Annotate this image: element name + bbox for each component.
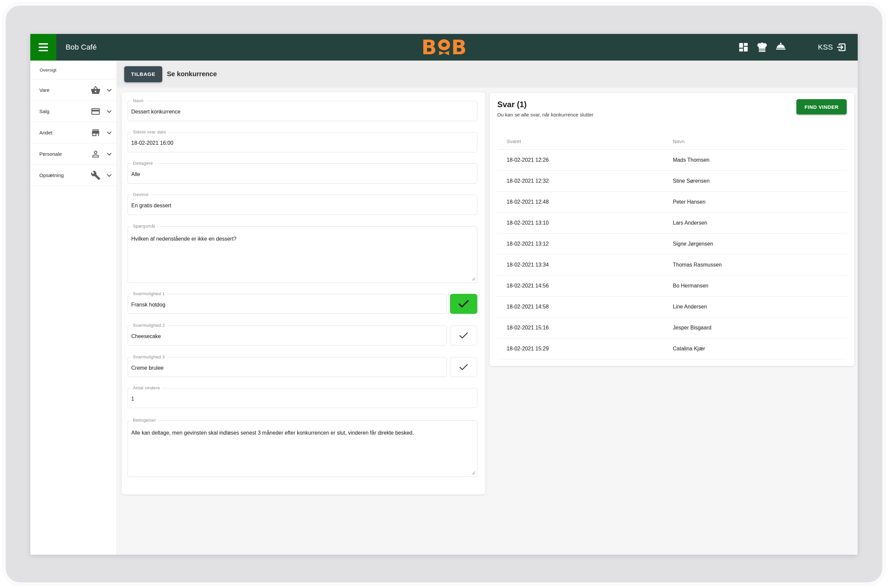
app-window: Bob Café B B bbox=[30, 34, 858, 555]
navn-field[interactable]: Navn Dessert konkurrence bbox=[128, 101, 477, 121]
name-cell: Lars Andersen bbox=[673, 220, 707, 226]
name-cell: Line Andersen bbox=[673, 304, 707, 310]
sidebar-item-andet[interactable]: Andet bbox=[30, 122, 117, 143]
answered-cell: 18-02-2021 13:10 bbox=[497, 220, 673, 226]
field-value: Hvilken af nedenstående er ikke en desse… bbox=[131, 236, 473, 242]
logo-letter: B bbox=[421, 39, 436, 56]
field-value: Fransk hotdog bbox=[131, 302, 442, 308]
deltagere-field[interactable]: Deltagere Alle bbox=[128, 164, 477, 184]
answers-table-body: 18-02-2021 12:26 Mads Thomsen 18-02-2021… bbox=[497, 150, 847, 359]
answer-option-row-2: Svarmulighed 2 Cheesecake bbox=[128, 326, 477, 345]
table-row: 18-02-2021 13:10 Lars Andersen bbox=[497, 213, 847, 234]
field-value: Creme brulee bbox=[131, 365, 442, 371]
answered-cell: 18-02-2021 12:32 bbox=[497, 178, 673, 184]
field-value: 18-02-2021 16:00 bbox=[131, 140, 473, 146]
name-cell: Thomas Rasmussen bbox=[673, 262, 722, 268]
check-icon bbox=[458, 300, 469, 308]
name-cell: Mads Thomsen bbox=[673, 157, 709, 163]
dashboard-icon[interactable] bbox=[738, 42, 749, 53]
header-actions: KSS bbox=[730, 42, 858, 53]
sidebar-item-label: Salg bbox=[39, 108, 49, 114]
correct-answer-button-3[interactable] bbox=[450, 357, 477, 377]
chevron-down-icon bbox=[107, 88, 112, 92]
field-label: Spørgsmål bbox=[131, 224, 157, 229]
competition-form-card: Navn Dessert konkurrence Sidste svar dat… bbox=[122, 92, 485, 495]
field-value: Alle bbox=[131, 171, 473, 177]
name-cell: Catalina Kjær bbox=[673, 346, 705, 352]
gevinst-field[interactable]: Gevinst En gratis dessert bbox=[128, 195, 477, 215]
check-icon bbox=[459, 332, 469, 339]
field-value: Alle kan deltage, men gevinsten skal ind… bbox=[131, 430, 473, 436]
sidebar-item-label: Personale bbox=[39, 151, 62, 157]
svarmulighed1-field[interactable]: Svarmulighed 1 Fransk hotdog bbox=[128, 294, 447, 314]
sidebar-item-oversigt[interactable]: Oversigt bbox=[30, 61, 117, 79]
answered-cell: 18-02-2021 14:56 bbox=[497, 283, 673, 289]
chef-hat-icon[interactable] bbox=[756, 42, 768, 53]
answered-cell: 18-02-2021 15:29 bbox=[497, 346, 673, 352]
content: Navn Dessert konkurrence Sidste svar dat… bbox=[117, 87, 858, 555]
name-cell: Bo Hermansen bbox=[673, 283, 709, 289]
cloche-icon[interactable] bbox=[775, 42, 786, 53]
sidebar-item-salg[interactable]: Salg bbox=[30, 100, 117, 122]
column-header-navn: Navn bbox=[673, 138, 685, 144]
top-bar: Bob Café B B bbox=[30, 34, 858, 61]
field-value: Dessert konkurrence bbox=[131, 109, 473, 115]
correct-answer-button-1[interactable] bbox=[450, 294, 477, 314]
back-button[interactable]: TILBAGE bbox=[124, 66, 162, 82]
name-cell: Stine Sørensen bbox=[673, 178, 709, 184]
chevron-down-icon bbox=[107, 131, 112, 135]
check-icon bbox=[459, 363, 469, 371]
sidste-svar-dato-field[interactable]: Sidste svar dato 18-02-2021 16:00 bbox=[128, 132, 477, 152]
main-area: TILBAGE Se konkurrence Navn Dessert konk… bbox=[117, 61, 858, 555]
basket-icon bbox=[90, 85, 101, 95]
field-label: Navn bbox=[131, 98, 146, 103]
answered-cell: 18-02-2021 13:12 bbox=[497, 241, 673, 247]
sidebar-item-vare[interactable]: Vare bbox=[30, 79, 117, 100]
sidebar-item-label: Andet bbox=[39, 130, 52, 135]
user-label[interactable]: KSS bbox=[818, 43, 833, 52]
resize-handle-icon[interactable] bbox=[471, 277, 475, 281]
answered-cell: 18-02-2021 12:26 bbox=[497, 157, 673, 163]
table-row: 18-02-2021 15:16 Jesper Bisgaard bbox=[497, 318, 847, 338]
hamburger-icon bbox=[39, 43, 48, 51]
name-cell: Signe Jørgensen bbox=[673, 241, 713, 247]
storefront-icon bbox=[90, 128, 101, 138]
sidebar-item-opsaetning[interactable]: Opsætning bbox=[30, 164, 117, 186]
field-label: Sidste svar dato bbox=[131, 129, 168, 135]
sidebar-item-label: Opsætning bbox=[39, 172, 64, 178]
toolbar: TILBAGE Se konkurrence bbox=[117, 61, 858, 87]
svarmulighed2-field[interactable]: Svarmulighed 2 Cheesecake bbox=[128, 326, 447, 345]
bob-logo: B B bbox=[421, 39, 466, 56]
page-title: Se konkurrence bbox=[167, 70, 217, 78]
logout-icon[interactable] bbox=[836, 42, 847, 52]
correct-answer-button-2[interactable] bbox=[450, 326, 477, 345]
logo-letter: B bbox=[452, 39, 467, 56]
antal-vindere-field[interactable]: Antal vindere 1 bbox=[128, 388, 477, 408]
spoergsmaal-textarea[interactable]: Spørgsmål Hvilken af nedenstående er ikk… bbox=[128, 226, 477, 283]
answers-title: Svar (1) bbox=[497, 100, 847, 109]
table-row: 18-02-2021 13:12 Signe Jørgensen bbox=[497, 234, 847, 255]
field-label: Deltagere bbox=[131, 161, 155, 166]
answered-cell: 18-02-2021 12:48 bbox=[497, 199, 673, 205]
field-label: Svarmulighed 3 bbox=[131, 354, 167, 359]
resize-handle-icon[interactable] bbox=[471, 471, 475, 475]
sidebar-item-personale[interactable]: Personale bbox=[30, 143, 117, 164]
table-row: 18-02-2021 12:48 Peter Hansen bbox=[497, 192, 847, 213]
table-row: 18-02-2021 12:32 Stine Sørensen bbox=[497, 171, 847, 192]
answer-option-row-1: Svarmulighed 1 Fransk hotdog bbox=[128, 294, 477, 314]
answers-card: Svar (1) Du kan se alle svar, når konkur… bbox=[490, 93, 854, 366]
field-label: Antal vindere bbox=[131, 386, 162, 390]
chevron-down-icon bbox=[107, 110, 112, 113]
answered-cell: 18-02-2021 15:16 bbox=[497, 325, 673, 331]
menu-button[interactable] bbox=[30, 34, 56, 61]
field-label: Svarmulighed 1 bbox=[131, 291, 167, 296]
answers-table-header: Svaret Navn bbox=[497, 117, 847, 150]
field-label: Betingelser bbox=[131, 418, 158, 423]
betingelser-textarea[interactable]: Betingelser Alle kan deltage, men gevins… bbox=[128, 420, 477, 477]
field-label: Svarmulighed 2 bbox=[131, 323, 167, 328]
field-value: Cheesecake bbox=[131, 333, 442, 339]
name-cell: Peter Hansen bbox=[673, 199, 706, 205]
bowtie-icon bbox=[439, 51, 449, 55]
find-winner-button[interactable]: FIND VINDER bbox=[796, 99, 847, 114]
svarmulighed3-field[interactable]: Svarmulighed 3 Creme brulee bbox=[128, 357, 447, 377]
